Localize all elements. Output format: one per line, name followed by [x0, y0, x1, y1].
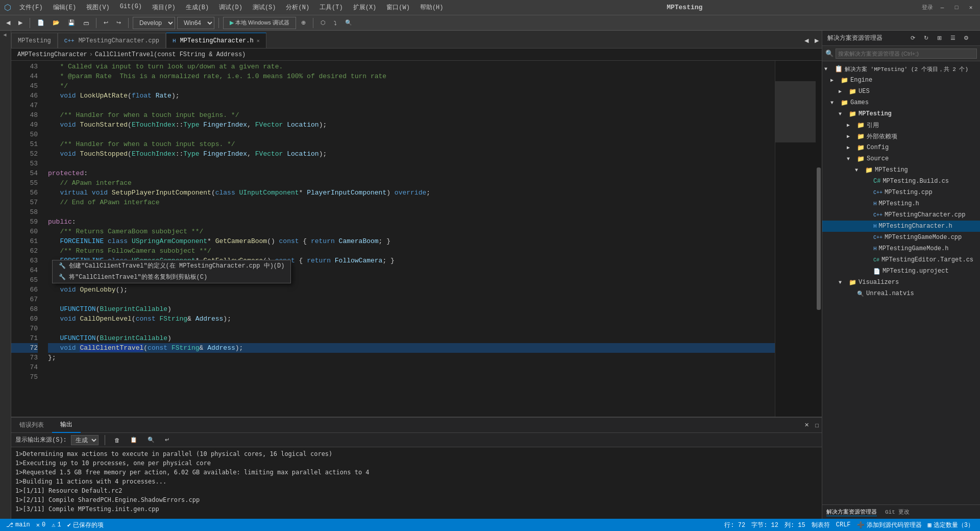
line-info[interactable]: 行: 72	[724, 521, 745, 529]
tree-item-uproject[interactable]: ▶ 📄 MPTesting.uproject	[822, 266, 980, 277]
forward-button[interactable]: ▶	[15, 17, 26, 29]
git-status[interactable]: ⎇ main	[6, 521, 30, 529]
show-all-button[interactable]: ☰	[950, 33, 962, 44]
tab-character-cpp[interactable]: C++ MPTestingCharacter.cpp	[58, 33, 166, 48]
menu-build[interactable]: 生成(B)	[182, 2, 213, 13]
user-login[interactable]: 登录	[922, 4, 933, 11]
menu-extensions[interactable]: 扩展(X)	[349, 2, 381, 13]
menu-debug[interactable]: 调试(D)	[215, 2, 247, 13]
tree-item-char-h[interactable]: ▶ H MPTestingCharacter.h	[822, 221, 980, 232]
tab-scroll-left[interactable]: ◀	[801, 33, 812, 48]
tab-close-button[interactable]: ✕	[257, 38, 260, 44]
line-ending-info[interactable]: CRLF	[836, 521, 851, 528]
menu-view[interactable]: 视图(V)	[82, 2, 114, 13]
tree-item-editor-target[interactable]: ▶ C# MPTestingEditor.Target.cs	[822, 254, 980, 266]
redo-button[interactable]: ↪	[113, 17, 124, 29]
autocomplete-item-0[interactable]: 🔧 创建"CallClientTravel"的定义(在 MPTestingCha…	[53, 260, 290, 272]
open-folder-button[interactable]: 📂	[50, 17, 63, 29]
tree-item-games[interactable]: ▼ 📁 Games	[822, 97, 980, 108]
tree-item-config[interactable]: ▶ 📁 Config	[822, 142, 980, 153]
autocomplete-item-1[interactable]: 🔧 将"CallClientTravel"的签名复制到剪贴板(C)	[53, 272, 290, 283]
breadcrumb-method[interactable]: CallClientTravel(const FString & Address…	[95, 51, 246, 58]
vertical-scrollbar[interactable]	[816, 61, 822, 417]
solution-explorer-tab[interactable]: 解决方案资源管理器	[826, 508, 877, 516]
source-control-label: 添加到源代码管理器	[867, 521, 922, 529]
refresh-button[interactable]: ↻	[924, 33, 935, 44]
selection-count[interactable]: ▦ 选定数量（3）	[928, 521, 974, 529]
undo-button[interactable]: ↩	[101, 17, 111, 29]
save-all-button[interactable]: 🗃	[80, 17, 92, 29]
toolbar-separator-1	[30, 18, 30, 28]
menu-edit[interactable]: 编辑(E)	[49, 2, 81, 13]
ues-icon: 📁	[849, 88, 856, 95]
breakpoint-button[interactable]: ⬡	[317, 17, 329, 29]
run-button[interactable]: ▶ 本地 Windows 调试器	[223, 17, 296, 29]
collapse-all-button[interactable]: ⊞	[937, 33, 948, 44]
tab-output[interactable]: 输出	[52, 418, 81, 433]
breadcrumb-class[interactable]: AMPTestingCharacter	[17, 51, 87, 58]
tab-error-list[interactable]: 错误列表	[11, 418, 52, 433]
tree-item-gamemode-cpp[interactable]: ▶ C++ MPTestingGameMode.cpp	[822, 232, 980, 243]
step-over-button[interactable]: ⤵	[331, 17, 340, 29]
warning-count[interactable]: ⚠ 1	[52, 521, 61, 529]
activity-item[interactable]: ▶	[3, 33, 8, 38]
menu-test[interactable]: 测试(S)	[249, 2, 280, 13]
tree-item-mptesting-cpp[interactable]: ▶ C++ MPTesting.cpp	[822, 187, 980, 198]
minimize-button[interactable]: —	[937, 3, 947, 13]
git-changes-tab[interactable]: Git 更改	[885, 508, 910, 516]
tree-item-mptesting-h[interactable]: ▶ H MPTesting.h	[822, 198, 980, 209]
menu-git[interactable]: Git(G)	[116, 2, 146, 13]
tree-item-engine[interactable]: ▶ 📁 Engine	[822, 75, 980, 86]
menu-help[interactable]: 帮助(H)	[416, 2, 448, 13]
attach-button[interactable]: ⊕	[298, 17, 309, 29]
tree-item-mptesting[interactable]: ▼ 📁 MPTesting	[822, 108, 980, 119]
sync-button[interactable]: ⟳	[911, 33, 922, 44]
source-control-icon: ➕	[857, 521, 865, 529]
tree-item-visualizers[interactable]: ▼ 📁 Visualizers	[822, 277, 980, 288]
tree-item-ues[interactable]: ▶ 📁 UES	[822, 86, 980, 97]
search-toolbar-button[interactable]: 🔍	[342, 17, 355, 29]
menu-file[interactable]: 文件(F)	[15, 2, 47, 13]
tree-item-natvis[interactable]: ▶ 🔍 Unreal.natvis	[822, 288, 980, 299]
branch-selector[interactable]: Develop	[133, 17, 175, 29]
save-button[interactable]: 💾	[65, 17, 78, 29]
code-line-55: // APawn interface	[48, 178, 775, 188]
tree-item-source[interactable]: ▼ 📁 Source	[822, 153, 980, 164]
bottom-panel-close[interactable]: ✕	[801, 418, 812, 432]
menu-project[interactable]: 项目(P)	[148, 2, 180, 13]
minimap-viewport[interactable]	[775, 81, 816, 142]
tab-mptesting[interactable]: MPTesting	[11, 33, 58, 48]
bottom-panel-maximize[interactable]: □	[812, 418, 822, 432]
char-info[interactable]: 字节: 12	[751, 521, 778, 529]
close-button[interactable]: ✕	[966, 3, 976, 13]
menu-tools[interactable]: 工具(T)	[315, 2, 347, 13]
error-count[interactable]: ✕ 0	[36, 521, 45, 529]
tree-item-char-cpp[interactable]: ▶ C++ MPTestingCharacter.cpp	[822, 209, 980, 221]
find-in-output-button[interactable]: 🔍	[144, 434, 158, 446]
tree-item-references[interactable]: ▶ 📁 引用	[822, 119, 980, 131]
scroll-thumb[interactable]	[817, 167, 821, 310]
copy-output-button[interactable]: 📋	[127, 434, 140, 446]
tab-character-h[interactable]: H MPTestingCharacter.h ✕	[166, 33, 266, 48]
col-info[interactable]: 列: 15	[785, 521, 805, 529]
menu-window[interactable]: 窗口(W)	[382, 2, 414, 13]
encoding-info[interactable]: 制表符	[812, 521, 830, 529]
new-file-button[interactable]: 📄	[34, 17, 47, 29]
maximize-button[interactable]: □	[951, 3, 962, 13]
platform-selector[interactable]: Win64	[177, 17, 214, 29]
tree-item-external[interactable]: ▶ 📁 外部依赖项	[822, 131, 980, 142]
output-source-selector[interactable]: 生成	[71, 435, 99, 445]
code-content[interactable]: * Called via input to turn look up/down …	[42, 61, 775, 417]
clear-output-button[interactable]: 🗑	[111, 434, 123, 446]
back-button[interactable]: ◀	[3, 17, 13, 29]
word-wrap-button[interactable]: ↵	[162, 434, 173, 446]
menu-analyze[interactable]: 分析(N)	[282, 2, 313, 13]
tab-scroll-right[interactable]: ▶	[812, 33, 822, 48]
saved-status[interactable]: ✔ 已保存的项	[67, 521, 104, 529]
add-to-source-control[interactable]: ➕ 添加到源代码管理器	[857, 521, 922, 529]
sidebar-settings-button[interactable]: ⚙	[964, 33, 975, 44]
tree-item-mptesting-src[interactable]: ▼ 📁 MPTesting	[822, 164, 980, 176]
tree-item-build-cs[interactable]: ▶ C# MPTesting.Build.cs	[822, 176, 980, 187]
search-input[interactable]	[836, 49, 977, 59]
tree-item-gamemode-h[interactable]: ▶ H MPTestingGameMode.h	[822, 243, 980, 254]
